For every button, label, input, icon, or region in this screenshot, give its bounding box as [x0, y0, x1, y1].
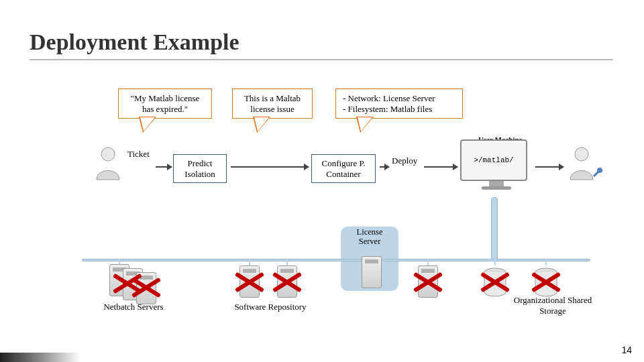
network-pipe-icon [491, 197, 498, 260]
network-rail-icon [82, 259, 590, 261]
bubble-line: - Network: License Server [343, 93, 455, 104]
server-icon [236, 265, 263, 303]
svg-point-1 [575, 147, 588, 161]
license-server-label: License Server [345, 228, 394, 247]
slide-title: Deployment Example [30, 29, 239, 55]
user-icon [93, 145, 123, 182]
arrow-icon [156, 166, 172, 168]
user-machine-monitor-icon: >/matlab/ [460, 139, 533, 196]
license-server-icon [358, 256, 385, 294]
server-icon [274, 265, 301, 303]
ticket-label: Ticket [127, 149, 150, 160]
svg-point-0 [101, 147, 115, 161]
software-repository-label: Software Repository [233, 302, 307, 312]
speech-tail-icon [253, 117, 270, 133]
process-predict-isolation: Predict Isolation [173, 154, 227, 183]
slide-number: 14 [621, 345, 632, 355]
speech-bubble-resources: - Network: License Server - Filesystem: … [335, 88, 463, 119]
wrench-icon [592, 166, 604, 178]
matlab-prompt-text: >/matlab/ [474, 156, 513, 164]
bubble-text: This is a Maltab license issue [244, 93, 301, 114]
speech-bubble-diagnosis: This is a Maltab license issue [232, 88, 313, 119]
org-shared-storage-label: Organizational Shared Storage [513, 295, 593, 316]
speech-tail-icon [139, 117, 156, 133]
arrow-icon [424, 166, 458, 168]
server-icon [415, 265, 441, 303]
storage-icon [482, 265, 508, 303]
arrow-icon [535, 166, 564, 168]
speech-bubble-user-complaint: "My Matlab license has expired." [118, 88, 212, 119]
monitor-base-icon [482, 186, 511, 190]
monitor-stand-icon [489, 181, 504, 186]
monitor-screen: >/matlab/ [460, 139, 527, 181]
title-underline [30, 59, 613, 60]
netbatch-servers-label: Netbatch Servers [103, 302, 164, 312]
deploy-label: Deploy [392, 156, 417, 166]
bubble-line: - Filesystem: Matlab files [343, 104, 455, 115]
process-configure-container: Configure P. Container [311, 154, 376, 183]
arrow-icon [231, 166, 309, 168]
footer-decoration [0, 353, 80, 362]
speech-tail-icon [356, 117, 374, 133]
bubble-text: "My Matlab license has expired." [131, 93, 200, 114]
arrow-icon [380, 166, 389, 168]
